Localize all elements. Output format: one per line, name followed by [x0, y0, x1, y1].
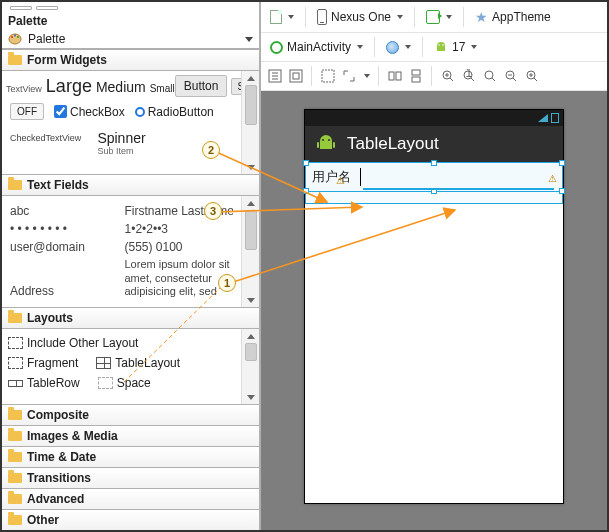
palette-menu-icon[interactable] — [245, 37, 253, 42]
layout-tablelayout[interactable]: TableLayout — [96, 356, 180, 370]
spinner-label: Spinner — [97, 130, 145, 146]
include-icon — [8, 337, 23, 349]
textview-user-label[interactable]: 用户名 — [306, 168, 357, 186]
layout-content[interactable]: 用户名 ⚠ ⚠ — [305, 162, 563, 503]
toggle-off[interactable]: OFF — [10, 103, 44, 120]
tablelayout-icon — [96, 357, 111, 369]
scroll-thumb[interactable] — [245, 343, 257, 361]
dock-handle[interactable] — [2, 2, 259, 14]
orientation-chooser[interactable] — [423, 7, 455, 27]
svg-rect-11 — [396, 72, 401, 80]
tf-password[interactable]: • • • • • • • • — [10, 222, 119, 236]
api-chooser[interactable]: 17 — [431, 37, 480, 57]
tablerow-selected[interactable]: 用户名 ⚠ ⚠ — [305, 162, 563, 192]
chevron-down-icon — [288, 15, 294, 19]
zoom-out-icon[interactable] — [503, 69, 518, 84]
tf-email[interactable]: user@domain — [10, 240, 119, 254]
svg-rect-12 — [412, 70, 420, 75]
section-title: Layouts — [27, 311, 73, 325]
chevron-down-icon[interactable] — [364, 74, 370, 78]
star-icon: ★ — [475, 10, 488, 24]
tf-phone[interactable]: (555) 0100 — [125, 240, 234, 254]
expand-icon[interactable] — [341, 69, 356, 84]
scroll-thumb[interactable] — [245, 210, 257, 250]
section-transitions[interactable]: Transitions — [2, 467, 259, 488]
section-title: Form Widgets — [27, 53, 107, 67]
layout-tablerow[interactable]: TableRow — [8, 376, 80, 390]
toggle-outline-icon[interactable] — [288, 69, 303, 84]
orientation-icon — [426, 10, 440, 24]
widget-spinner[interactable]: Spinner Sub Item — [97, 130, 145, 156]
tf-password-num[interactable]: 1•2•2••3 — [125, 222, 234, 236]
locale-chooser[interactable] — [383, 38, 414, 57]
activity-chooser[interactable]: MainActivity — [267, 37, 366, 57]
scroll-down-icon[interactable] — [247, 298, 255, 303]
section-images-media[interactable]: Images & Media — [2, 425, 259, 446]
tf-multiline[interactable]: Lorem ipsum dolor sit amet, consectetur … — [125, 258, 234, 298]
layout-orient-h-icon[interactable] — [387, 69, 402, 84]
zoom-in-icon[interactable] — [524, 69, 539, 84]
device-chooser[interactable]: Nexus One — [314, 6, 406, 28]
widget-button[interactable]: Button — [175, 75, 228, 97]
edittext-widget[interactable] — [363, 164, 554, 190]
android-icon — [434, 40, 448, 54]
section-layouts-header[interactable]: Layouts — [2, 307, 259, 329]
toggle-viewport-icon[interactable] — [267, 69, 282, 84]
svg-point-2 — [14, 35, 16, 37]
config-chooser[interactable] — [267, 7, 297, 27]
resize-handle[interactable] — [303, 188, 309, 194]
resize-handle[interactable] — [303, 160, 309, 166]
scroll-up-icon[interactable] — [247, 201, 255, 206]
layout-space[interactable]: Space — [98, 376, 151, 390]
preview-panel: Nexus One ★ AppTheme MainActivity — [260, 2, 607, 530]
layout-label: Include Other Layout — [27, 336, 138, 350]
app-root: Palette Palette Form Widgets TextView La… — [0, 0, 609, 532]
layouts-scrollbar[interactable] — [241, 329, 259, 404]
text-fields-scrollbar[interactable] — [241, 196, 259, 307]
checkbox-input[interactable] — [54, 105, 67, 118]
tf-plain[interactable]: abc — [10, 204, 119, 218]
scroll-down-icon[interactable] — [247, 165, 255, 170]
radio-label: RadioButton — [148, 105, 214, 119]
zoom-fit-icon[interactable] — [440, 69, 455, 84]
app-icon — [315, 132, 337, 157]
form-widgets-scrollbar[interactable] — [241, 71, 259, 174]
zoom-reset-icon[interactable]: 1 — [461, 69, 476, 84]
scroll-up-icon[interactable] — [247, 76, 255, 81]
device-label: Nexus One — [331, 10, 391, 24]
section-title: Composite — [27, 408, 89, 422]
design-canvas[interactable]: TableLayout 用户名 ⚠ ⚠ — [261, 91, 607, 530]
warning-icon[interactable]: ⚠ — [548, 173, 558, 183]
layout-include[interactable]: Include Other Layout — [8, 336, 138, 350]
text-medium[interactable]: Medium — [96, 79, 146, 95]
scroll-thumb[interactable] — [245, 85, 257, 125]
theme-chooser[interactable]: ★ AppTheme — [472, 7, 554, 27]
layout-fragment[interactable]: Fragment — [8, 356, 78, 370]
device-icon — [317, 9, 327, 25]
scroll-down-icon[interactable] — [247, 395, 255, 400]
text-small[interactable]: Small — [150, 83, 175, 94]
tf-address[interactable]: Address — [10, 284, 119, 298]
section-layouts-body: Include Other Layout Fragment TableLayou… — [2, 329, 259, 404]
section-form-widgets-header[interactable]: Form Widgets — [2, 49, 259, 71]
section-composite[interactable]: Composite — [2, 404, 259, 425]
section-time-date[interactable]: Time & Date — [2, 446, 259, 467]
widget-checkbox[interactable]: CheckBox — [54, 105, 125, 119]
section-other[interactable]: Other — [2, 509, 259, 530]
zoom-actual-icon[interactable] — [482, 69, 497, 84]
scroll-up-icon[interactable] — [247, 334, 255, 339]
section-title: Transitions — [27, 471, 91, 485]
text-large[interactable]: Large — [46, 76, 92, 97]
section-text-fields-header[interactable]: Text Fields — [2, 174, 259, 196]
folder-icon — [8, 180, 22, 190]
warning-icon[interactable]: ⚠ — [336, 175, 346, 185]
textview-label[interactable]: TextView — [6, 84, 42, 94]
checked-textview[interactable]: CheckedTextView — [10, 133, 81, 143]
layout-orient-v-icon[interactable] — [408, 69, 423, 84]
widget-radiobutton[interactable]: RadioButton — [135, 105, 214, 119]
globe-icon — [386, 41, 399, 54]
show-constraints-icon[interactable] — [320, 69, 335, 84]
resize-handle[interactable] — [559, 188, 565, 194]
section-advanced[interactable]: Advanced — [2, 488, 259, 509]
resize-handle[interactable] — [559, 160, 565, 166]
